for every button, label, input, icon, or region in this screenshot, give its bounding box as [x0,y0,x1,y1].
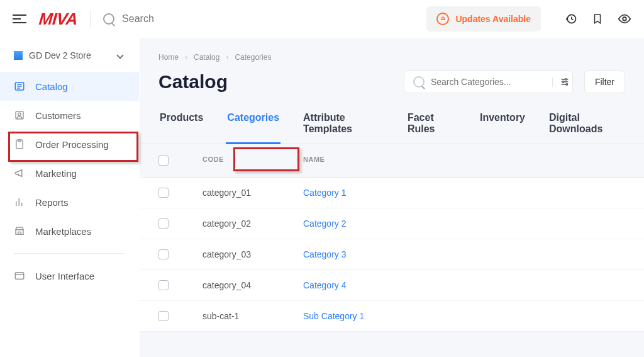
history-icon[interactable] [565,13,577,25]
row-checkbox[interactable] [158,188,169,198]
sliders-icon[interactable] [552,77,564,87]
table-header-row: CODE NAME [140,144,644,178]
sidebar-item-label: User Interface [35,271,94,281]
topbar: MIVA Updates Available [0,0,644,38]
store-icon [14,51,23,60]
tab-categories[interactable]: Categories [226,106,280,144]
catalog-icon [14,81,25,92]
table-row[interactable]: sub-cat-1 Sub Category 1 [140,301,644,332]
store-selector[interactable]: GD Dev 2 Store [0,50,139,72]
breadcrumb-item[interactable]: Categories [235,53,271,62]
sidebar-item-reports[interactable]: Reports [0,188,139,217]
svg-rect-7 [15,273,24,280]
sidebar-item-user-interface[interactable]: User Interface [0,261,139,290]
marketing-icon [14,167,25,179]
sidebar-item-label: Marketing [35,168,77,179]
sidebar-item-label: Catalog [35,81,68,92]
reports-icon [14,196,25,208]
ui-icon [14,270,25,281]
sidebar-item-customers[interactable]: Customers [0,101,139,130]
svg-point-8 [565,79,567,81]
marketplaces-icon [14,225,25,237]
chevron-down-icon [116,52,123,59]
svg-point-9 [563,81,565,83]
customers-icon [14,110,25,121]
table-row[interactable]: category_02 Category 2 [140,208,644,239]
table-row[interactable]: category_04 Category 4 [140,270,644,301]
page-title: Catalog [158,71,392,93]
sidebar-item-label: Marketplaces [35,226,91,237]
sidebar-item-marketplaces[interactable]: Marketplaces [0,217,139,246]
divider [90,10,91,28]
tabs: Products Categories Attribute Templates … [140,106,644,144]
cell-code: category_02 [203,218,303,229]
cell-code: category_01 [203,188,303,198]
cell-code: category_03 [203,249,303,259]
table-row[interactable]: category_03 Category 3 [140,239,644,270]
search-input[interactable] [122,13,248,25]
updates-label: Updates Available [455,14,531,24]
column-header-name[interactable]: NAME [303,156,625,166]
bookmark-icon[interactable] [591,13,604,25]
chevron-right-icon: › [185,53,187,62]
cell-code: sub-cat-1 [203,311,303,321]
column-header-code[interactable]: CODE [203,156,303,166]
sidebar-item-label: Customers [35,110,81,121]
sidebar-item-order-processing[interactable]: Order Processing [0,130,139,159]
breadcrumb-item[interactable]: Catalog [194,53,219,62]
tab-inventory[interactable]: Inventory [479,106,526,144]
tab-products[interactable]: Products [158,106,204,144]
sidebar-divider [14,253,125,254]
row-checkbox[interactable] [158,218,169,229]
select-all-checkbox[interactable] [158,156,169,166]
main: Home › Catalog › Categories Catalog Filt… [140,38,644,357]
cell-name-link[interactable]: Sub Category 1 [303,311,625,321]
global-search[interactable] [103,13,267,25]
category-search[interactable] [404,71,573,93]
sidebar-item-label: Order Processing [35,139,109,150]
row-checkbox[interactable] [158,311,169,321]
cell-name-link[interactable]: Category 4 [303,280,625,290]
tab-attribute-templates[interactable]: Attribute Templates [302,106,385,144]
categories-table: CODE NAME category_01 Category 1 categor… [140,144,644,332]
search-icon [413,76,425,88]
svg-point-1 [623,17,626,21]
logo[interactable]: MIVA [38,9,79,29]
eye-icon[interactable] [618,13,631,25]
orders-icon [14,139,25,150]
sidebar-item-marketing[interactable]: Marketing [0,159,139,188]
store-name: GD Dev 2 Store [29,50,91,60]
cell-name-link[interactable]: Category 2 [303,218,625,229]
svg-point-4 [18,113,21,116]
row-checkbox[interactable] [158,249,169,259]
search-icon [103,13,114,25]
chevron-right-icon: › [226,53,228,62]
sidebar: GD Dev 2 Store Catalog Customers Order P… [0,38,140,357]
category-search-input[interactable] [431,77,541,87]
sidebar-item-catalog[interactable]: Catalog [0,72,139,101]
tab-digital-downloads[interactable]: Digital Downloads [548,106,625,144]
breadcrumb-item[interactable]: Home [158,53,179,62]
filter-button[interactable]: Filter [584,71,625,93]
updates-available-button[interactable]: Updates Available [426,6,541,31]
row-checkbox[interactable] [158,280,169,290]
bell-icon [436,13,449,25]
cell-code: category_04 [203,280,303,290]
menu-toggle[interactable] [13,14,26,23]
cell-name-link[interactable]: Category 1 [303,188,625,198]
sidebar-item-label: Reports [35,197,69,208]
tab-facet-rules[interactable]: Facet Rules [406,106,457,144]
table-row[interactable]: category_01 Category 1 [140,178,644,208]
svg-point-10 [566,84,568,86]
cell-name-link[interactable]: Category 3 [303,249,625,259]
breadcrumb: Home › Catalog › Categories [140,38,644,62]
